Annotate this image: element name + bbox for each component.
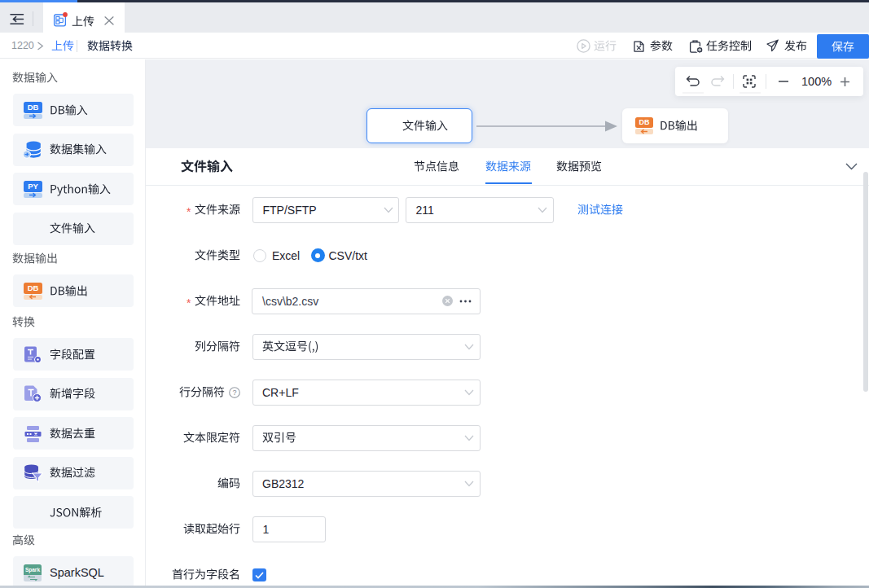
svg-text:?: ?	[232, 388, 236, 397]
